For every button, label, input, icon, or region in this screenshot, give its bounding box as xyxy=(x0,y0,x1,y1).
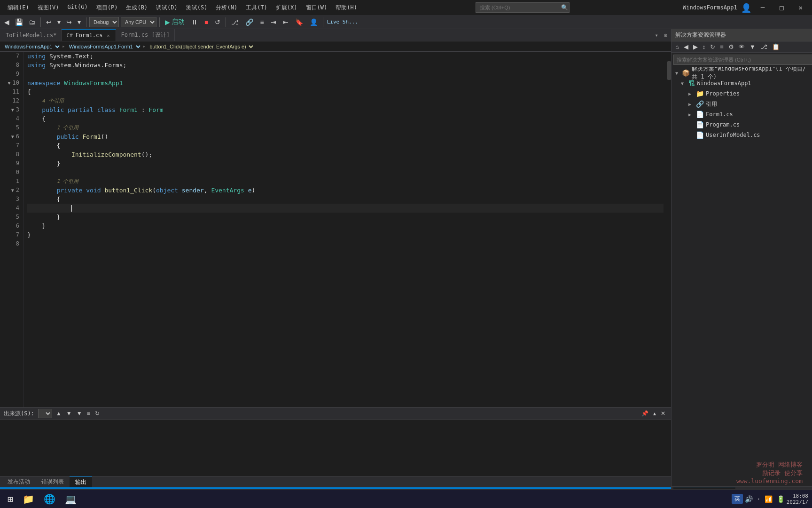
menu-edit[interactable]: 编辑(E) xyxy=(4,2,33,14)
btab-publish[interactable]: 发布活动 xyxy=(2,476,36,487)
browser-button[interactable]: 🌐 xyxy=(40,492,59,507)
tree-solution-root[interactable]: ▼ 📦 解决方案"WindowsFormsApp1"(1 个项目/共 1 个) xyxy=(671,68,812,78)
tab-tofilermodel[interactable]: ToFileModel.cs* xyxy=(1,29,62,41)
output-filter-button[interactable]: ▼ xyxy=(75,409,84,418)
redo-button[interactable]: ↪ xyxy=(64,17,74,27)
collapse-16[interactable]: ▼ xyxy=(11,132,14,141)
code-editor[interactable]: 7 8 9 ▼ 10 11 12 ▼ 3 4 5 ▼ 6 7 xyxy=(0,52,671,407)
menu-view[interactable]: 视图(V) xyxy=(34,2,63,14)
start-menu-button[interactable]: ⊞ xyxy=(4,492,17,507)
file-explorer-button[interactable]: 📁 xyxy=(19,492,38,507)
output-action-buttons: ▲ ▼ ▼ ≡ ↻ xyxy=(54,409,102,418)
tab-form1-design[interactable]: Form1.cs [设计] xyxy=(116,29,174,41)
sol-refresh-button[interactable]: ↻ xyxy=(708,42,717,51)
solution-search-input[interactable] xyxy=(673,55,812,65)
output-refresh-button[interactable]: ↻ xyxy=(93,409,102,418)
redo-dropdown[interactable]: ▾ xyxy=(75,17,83,27)
title-bar-left: 编辑(E) 视图(V) Git(G) 项目(P) 生成(B) 调试(D) 测试(… xyxy=(4,2,361,14)
menu-git[interactable]: Git(G) xyxy=(63,2,91,14)
start-button[interactable]: ▶ 启动 xyxy=(163,16,187,28)
sol-forward-button[interactable]: ▶ xyxy=(691,42,700,51)
sol-collapse-button[interactable]: ≡ xyxy=(718,42,726,51)
live-share-label[interactable]: Live Sh... xyxy=(326,19,359,25)
output-up-button[interactable]: ▲ xyxy=(54,409,63,418)
sol-back-button[interactable]: ◀ xyxy=(682,42,690,51)
tab-close-button[interactable]: ✕ xyxy=(105,32,111,39)
tree-form1cs[interactable]: ▶ 📄 Form1.cs xyxy=(671,109,812,119)
pause-button[interactable]: ⏸ xyxy=(189,17,200,27)
back-button[interactable]: ◀ xyxy=(2,17,12,27)
undo-dropdown[interactable]: ▾ xyxy=(55,17,63,27)
class-breadcrumb[interactable]: WindowsFormsApp1.Form1 xyxy=(66,43,142,50)
form1cs-label: Form1.cs xyxy=(706,111,733,118)
debug-config-select[interactable]: Debug xyxy=(89,17,119,27)
menu-debug[interactable]: 调试(D) xyxy=(152,2,181,14)
tab-settings-button[interactable]: ⚙ xyxy=(661,32,670,39)
menu-window[interactable]: 窗口(W) xyxy=(302,2,331,14)
global-search-input[interactable] xyxy=(476,2,570,13)
sol-show-all-button[interactable]: 👁 xyxy=(737,42,747,51)
profile-button2[interactable]: 👤 xyxy=(307,17,320,27)
maximize-button[interactable]: □ xyxy=(774,2,789,13)
menu-help[interactable]: 帮助(H) xyxy=(332,2,361,14)
save-all-button[interactable]: 🗂 xyxy=(26,17,38,27)
output-pin-button[interactable]: 📌 xyxy=(640,409,650,418)
line-num-13: ▼ 3 xyxy=(2,105,19,114)
tab-overflow-button[interactable]: ▾ xyxy=(652,32,661,39)
format-button[interactable]: ≡ xyxy=(258,17,266,27)
undo-button[interactable]: ↩ xyxy=(44,17,54,27)
save-button[interactable]: 💾 xyxy=(13,17,25,27)
tree-userinfomodel[interactable]: ▶ 📄 UserInfoModel.cs xyxy=(671,130,812,140)
vs-button[interactable]: 💻 xyxy=(61,492,80,507)
code-content[interactable]: using System.Text; using System.Windows.… xyxy=(23,52,667,407)
tree-arrow-references: ▶ xyxy=(688,102,694,107)
line-num-15: 5 xyxy=(2,123,19,132)
collapse-13[interactable]: ▼ xyxy=(11,105,14,114)
bookmark-button[interactable]: 🔖 xyxy=(293,17,305,27)
output-source-select[interactable] xyxy=(38,409,52,418)
tree-programcs[interactable]: ▶ 📄 Program.cs xyxy=(671,119,812,130)
sol-home-button[interactable]: ⌂ xyxy=(673,42,681,51)
close-button[interactable]: ✕ xyxy=(793,2,808,13)
line-num-20: 0 xyxy=(2,168,19,177)
output-float-button[interactable]: ▴ xyxy=(651,409,658,418)
output-down-button[interactable]: ▼ xyxy=(64,409,74,418)
minimize-button[interactable]: ─ xyxy=(755,2,770,13)
tree-properties[interactable]: ▶ 📁 Properties xyxy=(671,88,812,99)
output-close-button[interactable]: ✕ xyxy=(659,409,667,418)
title-bar-center: 🔍 xyxy=(476,2,568,13)
indent-button[interactable]: ⇥ xyxy=(268,17,279,27)
stop-button[interactable]: ■ xyxy=(202,17,211,27)
tree-references[interactable]: ▶ 🔗 引用 xyxy=(671,99,812,109)
line-num-12: 12 xyxy=(2,96,19,105)
menu-analyze[interactable]: 分析(N) xyxy=(212,2,241,14)
btab-errors[interactable]: 错误列表 xyxy=(36,476,70,487)
ime-indicator[interactable]: 英 xyxy=(732,494,743,504)
sol-properties-button[interactable]: ⚙ xyxy=(726,42,736,51)
git-button[interactable]: ⎇ xyxy=(229,17,241,27)
project-breadcrumb[interactable]: WindowsFormsApp1 xyxy=(2,43,61,50)
tab-form1cs[interactable]: C# Form1.cs ✕ xyxy=(62,29,116,41)
btab-output[interactable]: 输出 xyxy=(70,476,92,487)
restart-button[interactable]: ↺ xyxy=(212,17,223,27)
outdent-button[interactable]: ⇤ xyxy=(281,17,291,27)
menu-extensions[interactable]: 扩展(X) xyxy=(272,2,301,14)
sol-filter-button[interactable]: ▼ xyxy=(748,42,757,51)
collapse-10[interactable]: ▼ xyxy=(8,79,11,87)
profile-icon[interactable]: 👤 xyxy=(741,3,751,13)
sol-git-button[interactable]: ⎇ xyxy=(758,42,769,51)
menu-test[interactable]: 测试(S) xyxy=(182,2,211,14)
collapse-22[interactable]: ▼ xyxy=(11,186,14,195)
editor-minimap[interactable] xyxy=(667,52,671,407)
platform-select[interactable]: Any CPU xyxy=(121,17,156,27)
minimap-thumb[interactable] xyxy=(667,61,671,80)
sol-sync-button[interactable]: ↕ xyxy=(701,42,708,51)
sol-code-review-button[interactable]: 📋 xyxy=(770,42,781,51)
method-breadcrumb[interactable]: button1_Click(object sender, EventArgs e… xyxy=(147,43,255,50)
attach-button[interactable]: 🔗 xyxy=(243,17,256,27)
menu-tools[interactable]: 工具(T) xyxy=(242,2,271,14)
code-line-24[interactable] xyxy=(27,204,664,213)
menu-build[interactable]: 生成(B) xyxy=(122,2,151,14)
output-align-button[interactable]: ≡ xyxy=(85,409,92,418)
menu-project[interactable]: 项目(P) xyxy=(93,2,122,14)
